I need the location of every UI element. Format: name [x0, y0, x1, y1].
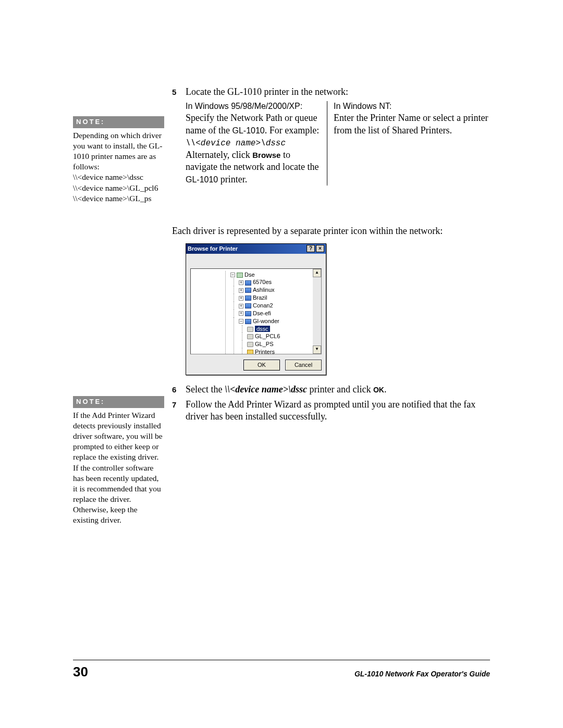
page-number: 30 — [73, 663, 88, 681]
tree-node[interactable]: Printers — [255, 349, 275, 354]
expand-icon[interactable]: + — [239, 311, 243, 316]
scroll-up-button[interactable]: ▲ — [313, 269, 321, 277]
col-winnt: In Windows NT: Enter the Printer Name or… — [327, 101, 490, 186]
tree-node[interactable]: Brazil — [253, 294, 267, 301]
step-5: 5 Locate the GL-1010 printer in the netw… — [172, 86, 490, 191]
dialog-screenshot: Browse for Printer ? × −Dse +6570es +Ash… — [186, 243, 490, 375]
tree-node[interactable]: 6570es — [253, 279, 272, 285]
dialog-title: Browse for Printer — [188, 245, 238, 252]
step-6: 6 Select the \\<device name>\dssc printe… — [172, 384, 490, 396]
step-5-body: Locate the GL-1010 printer in the networ… — [186, 86, 490, 191]
main-content: 5 Locate the GL-1010 printer in the netw… — [172, 86, 490, 426]
browse-printer-dialog: Browse for Printer ? × −Dse +6570es +Ash… — [186, 243, 326, 375]
note-1-line-1: \\<device name>\dssc — [73, 172, 164, 182]
step-5-text: Locate the GL-1010 printer in the networ… — [186, 87, 348, 97]
close-button[interactable]: × — [316, 245, 324, 252]
note-1-line-2: \\<device name>\GL_pcl6 — [73, 183, 164, 193]
scroll-down-button[interactable]: ▼ — [313, 346, 321, 354]
network-icon — [237, 273, 243, 278]
tree-node[interactable]: Dse-efi — [253, 310, 271, 316]
printer-icon — [247, 327, 253, 332]
ok-button[interactable]: OK — [243, 360, 280, 371]
step-6-body: Select the \\<device name>\dssc printer … — [186, 384, 490, 396]
title-bar: Browse for Printer ? × — [186, 244, 326, 253]
folder-icon — [247, 350, 253, 354]
step-number: 5 — [172, 86, 186, 191]
step-7-text: Follow the Add Printer Wizard as prompte… — [186, 399, 490, 423]
printer-icon — [247, 334, 253, 339]
scroll-track[interactable] — [313, 277, 321, 346]
note-body: If the Add Printer Wizard detects previo… — [73, 408, 164, 526]
collapse-icon[interactable]: − — [239, 319, 243, 324]
tree-node[interactable]: GL_PS — [255, 341, 273, 347]
dialog-body: −Dse +6570es +Ashlinux +Brazil +Conan2 +… — [186, 254, 326, 375]
col-a-p2: Alternately, click Browse to navigate th… — [186, 149, 321, 186]
tree-node[interactable]: Gl-wonder — [253, 318, 279, 324]
step-7: 7 Follow the Add Printer Wizard as promp… — [172, 399, 490, 423]
help-button[interactable]: ? — [307, 245, 315, 252]
cancel-button[interactable]: Cancel — [285, 360, 322, 371]
col-a-p1: Specify the Network Path or queue name o… — [186, 112, 321, 137]
note-header: NOTE: — [73, 116, 164, 128]
computer-icon — [245, 295, 251, 301]
col-b-p1: Enter the Printer Name or select a print… — [334, 112, 490, 137]
step-number: 7 — [172, 399, 186, 423]
note-header: NOTE: — [73, 396, 164, 408]
tree-node[interactable]: GL_PCL6 — [255, 333, 280, 339]
col-win9x: In Windows 95/98/Me/2000/XP: Specify the… — [186, 101, 327, 186]
collapse-icon[interactable]: − — [230, 273, 235, 277]
note-2: NOTE: If the Add Printer Wizard detects … — [73, 396, 164, 525]
expand-icon[interactable]: + — [239, 296, 243, 301]
col-b-heading: In Windows NT: — [334, 101, 490, 112]
printer-tree[interactable]: −Dse +6570es +Ashlinux +Brazil +Conan2 +… — [190, 268, 322, 354]
expand-icon[interactable]: + — [239, 304, 243, 309]
note-1-intro: Depending on which driver you want to in… — [73, 130, 164, 172]
computer-icon — [245, 303, 251, 309]
intro-paragraph: Each driver is represented by a separate… — [172, 225, 490, 237]
expand-icon[interactable]: + — [239, 280, 243, 285]
note-1-line-3: \\<device name>\GL_ps — [73, 193, 164, 204]
printer-icon — [247, 342, 253, 347]
note-1: NOTE: Depending on which driver you want… — [73, 116, 164, 204]
vertical-scrollbar[interactable]: ▲ ▼ — [313, 269, 321, 354]
expand-icon[interactable]: + — [239, 288, 243, 293]
col-a-heading: In Windows 95/98/Me/2000/XP: — [186, 101, 321, 112]
computer-icon — [245, 288, 251, 293]
platform-table: In Windows 95/98/Me/2000/XP: Specify the… — [186, 101, 490, 186]
computer-icon — [245, 319, 251, 324]
page-footer: 30 GL-1010 Network Fax Operator's Guide — [73, 660, 490, 681]
tree-root[interactable]: Dse — [244, 272, 255, 278]
tree-node[interactable]: Conan2 — [253, 302, 273, 309]
tree-node-selected[interactable]: dssc — [255, 326, 270, 332]
col-a-code: \\<device name>\dssc — [186, 137, 321, 149]
dialog-button-row: OK Cancel — [190, 354, 322, 371]
footer-title: GL-1010 Network Fax Operator's Guide — [354, 669, 490, 678]
step-number: 6 — [172, 384, 186, 396]
computer-icon — [245, 311, 251, 316]
computer-icon — [245, 280, 251, 286]
note-body: Depending on which driver you want to in… — [73, 128, 164, 204]
tree-node[interactable]: Ashlinux — [253, 287, 275, 293]
